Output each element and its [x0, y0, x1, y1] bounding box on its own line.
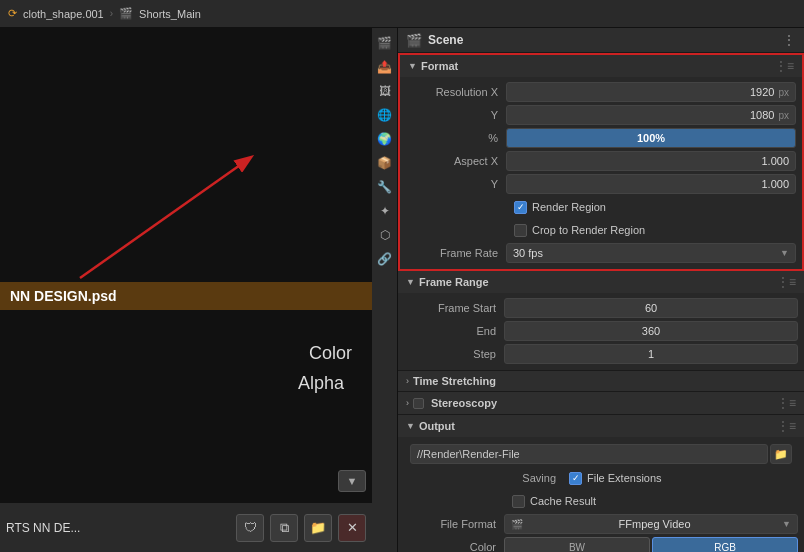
- render-region-row: ✓ Render Region: [406, 196, 796, 218]
- sidebar-icon-output[interactable]: 📤: [374, 56, 396, 78]
- aspect-y-row: Y 1.000: [406, 173, 796, 195]
- frame-start-field[interactable]: 60: [504, 298, 798, 318]
- resolution-x-field[interactable]: 1920 px: [506, 82, 796, 102]
- resolution-x-row: Resolution X 1920 px: [406, 81, 796, 103]
- close-button[interactable]: ✕: [338, 514, 366, 542]
- frame-range-properties: Frame Start 60 End 360 Step 1: [398, 293, 804, 370]
- stereoscopy-section: › Stereoscopy ⋮≡: [398, 392, 804, 415]
- sidebar-icon-particles[interactable]: ✦: [374, 200, 396, 222]
- sidebar-icon-render[interactable]: 🎬: [374, 32, 396, 54]
- aspect-x-label: Aspect X: [406, 155, 506, 167]
- stereoscopy-section-menu[interactable]: ⋮≡: [777, 396, 796, 410]
- resolution-y-unit: px: [778, 110, 789, 121]
- format-section-header[interactable]: ▼ Format ⋮≡: [400, 55, 802, 77]
- output-section-menu[interactable]: ⋮≡: [777, 419, 796, 433]
- frame-rate-label: Frame Rate: [406, 247, 506, 259]
- color-label: Color: [309, 343, 352, 364]
- frame-range-section-title: Frame Range: [419, 276, 773, 288]
- sidebar-icon-scene[interactable]: 🌐: [374, 104, 396, 126]
- down-arrow-button[interactable]: ▼: [338, 470, 366, 492]
- sidebar-icon-constraints[interactable]: 🔗: [374, 248, 396, 270]
- aspect-y-field[interactable]: 1.000: [506, 174, 796, 194]
- breadcrumb-separator: ›: [110, 8, 113, 19]
- percent-field[interactable]: 100%: [506, 128, 796, 148]
- frame-range-section: ▼ Frame Range ⋮≡ Frame Start 60 End 360: [398, 271, 804, 371]
- resolution-x-unit: px: [778, 87, 789, 98]
- frame-start-row: Frame Start 60: [404, 297, 798, 319]
- crop-render-region-label: Crop to Render Region: [532, 224, 645, 236]
- time-stretching-section-header[interactable]: › Time Stretching: [398, 371, 804, 391]
- frame-step-field[interactable]: 1: [504, 344, 798, 364]
- percent-row: % 100%: [406, 127, 796, 149]
- output-path-field[interactable]: //Render\Render-File: [410, 444, 768, 464]
- resolution-y-field[interactable]: 1080 px: [506, 105, 796, 125]
- main-layout: NN DESIGN.psd Color Alpha RTS NN DE... 🛡…: [0, 28, 804, 552]
- file-format-row: File Format 🎬 FFmpeg Video ▼: [404, 513, 798, 535]
- breadcrumb-bar: ⟳ cloth_shape.001 › 🎬 Shorts_Main: [0, 0, 804, 28]
- frame-rate-select[interactable]: 30 fps ▼: [506, 243, 796, 263]
- resolution-x-label: Resolution X: [406, 86, 506, 98]
- color-mode-buttons: BW RGB: [504, 537, 798, 552]
- output-section-header[interactable]: ▼ Output ⋮≡: [398, 415, 804, 437]
- icon-sidebar: 🎬 📤 🖼 🌐 🌍 📦 🔧 ✦ ⬡ 🔗: [372, 28, 398, 552]
- sidebar-icon-object[interactable]: 📦: [374, 152, 396, 174]
- aspect-y-label: Y: [406, 178, 506, 190]
- resolution-y-row: Y 1080 px: [406, 104, 796, 126]
- stereoscopy-collapse-arrow: ›: [406, 398, 409, 408]
- frame-end-value: 360: [642, 325, 660, 337]
- file-extensions-checkbox[interactable]: ✓: [569, 472, 582, 485]
- output-path-value: //Render\Render-File: [417, 448, 520, 460]
- aspect-y-value: 1.000: [761, 178, 789, 190]
- frame-rate-row: Frame Rate 30 fps ▼: [406, 242, 796, 264]
- format-section-title: Format: [421, 60, 771, 72]
- crop-render-region-row: Crop to Render Region: [406, 219, 796, 241]
- color-rgb-button[interactable]: RGB: [652, 537, 798, 552]
- breadcrumb-item-2[interactable]: Shorts_Main: [139, 8, 201, 20]
- frame-end-row: End 360: [404, 320, 798, 342]
- cache-result-row: Cache Result: [404, 490, 798, 512]
- sidebar-icon-world[interactable]: 🌍: [374, 128, 396, 150]
- breadcrumb-item-1[interactable]: cloth_shape.001: [23, 8, 104, 20]
- stereoscopy-checkbox[interactable]: [413, 398, 424, 409]
- sidebar-icon-modifier[interactable]: 🔧: [374, 176, 396, 198]
- sidebar-icon-physics[interactable]: ⬡: [374, 224, 396, 246]
- frame-range-section-header[interactable]: ▼ Frame Range ⋮≡: [398, 271, 804, 293]
- color-row: Color BW RGB: [404, 536, 798, 552]
- copy-button[interactable]: ⧉: [270, 514, 298, 542]
- percent-value: 100%: [637, 132, 665, 144]
- output-path-browse-button[interactable]: 📁: [770, 444, 792, 464]
- sidebar-icon-view-layer[interactable]: 🖼: [374, 80, 396, 102]
- scene-menu-button[interactable]: ⋮: [782, 32, 796, 48]
- aspect-x-value: 1.000: [761, 155, 789, 167]
- file-format-value: FFmpeg Video: [619, 518, 691, 530]
- aspect-x-field[interactable]: 1.000: [506, 151, 796, 171]
- asset-name-label: RTS NN DE...: [6, 521, 230, 535]
- render-region-checkbox[interactable]: ✓: [514, 201, 527, 214]
- viewport-content: NN DESIGN.psd Color Alpha RTS NN DE... 🛡…: [0, 28, 372, 552]
- stereoscopy-section-header[interactable]: › Stereoscopy ⋮≡: [398, 392, 804, 414]
- render-region-label: Render Region: [532, 201, 606, 213]
- time-stretching-section: › Time Stretching: [398, 371, 804, 392]
- color-bw-button[interactable]: BW: [504, 537, 650, 552]
- time-stretching-collapse-arrow: ›: [406, 376, 409, 386]
- frame-step-label: Step: [404, 348, 504, 360]
- frame-end-field[interactable]: 360: [504, 321, 798, 341]
- folder-button[interactable]: 📁: [304, 514, 332, 542]
- frame-rate-select-arrow: ▼: [780, 248, 789, 258]
- frame-range-section-menu[interactable]: ⋮≡: [777, 275, 796, 289]
- cache-result-label: Cache Result: [530, 495, 596, 507]
- shield-button[interactable]: 🛡: [236, 514, 264, 542]
- resolution-y-value: 1080: [750, 109, 774, 121]
- frame-end-label: End: [404, 325, 504, 337]
- file-format-select[interactable]: 🎬 FFmpeg Video ▼: [504, 514, 798, 534]
- percent-label: %: [406, 132, 506, 144]
- file-extensions-label: File Extensions: [587, 472, 662, 484]
- saving-row: Saving ✓ File Extensions: [404, 467, 798, 489]
- cache-result-checkbox[interactable]: [512, 495, 525, 508]
- format-section: ▼ Format ⋮≡ Resolution X 1920 px Y 1: [398, 53, 804, 271]
- frame-step-row: Step 1: [404, 343, 798, 365]
- scene-crumb-icon: 🎬: [119, 7, 133, 20]
- output-section-title: Output: [419, 420, 773, 432]
- crop-render-region-checkbox[interactable]: [514, 224, 527, 237]
- format-section-menu[interactable]: ⋮≡: [775, 59, 794, 73]
